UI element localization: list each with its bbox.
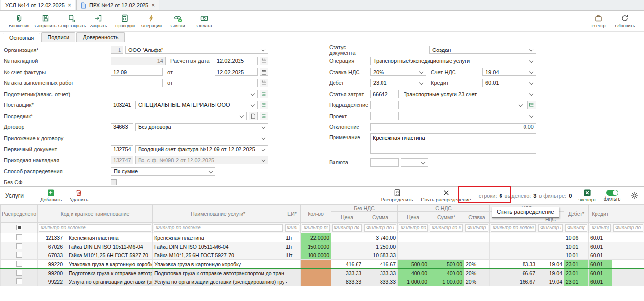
- act-number-field[interactable]: [111, 79, 163, 87]
- debit-select[interactable]: 23.01: [370, 79, 426, 87]
- filter-input-rate[interactable]: [465, 224, 488, 232]
- row-checkbox[interactable]: [16, 243, 22, 249]
- filter-input-sum-novat[interactable]: [364, 224, 396, 232]
- organization-code-field[interactable]: [111, 46, 123, 54]
- row-checkbox[interactable]: [16, 252, 22, 258]
- table-row-selected[interactable]: 99220Упаковка груза в картонную коробку …: [1, 260, 644, 269]
- incoming-waybill-code-field[interactable]: [111, 156, 133, 164]
- filter-input-vat-account[interactable]: [538, 224, 563, 232]
- select-all-checkbox[interactable]: [16, 225, 22, 230]
- export-excel-button[interactable]: экспорт: [578, 189, 596, 202]
- advance-holder-select[interactable]: [111, 90, 258, 98]
- undistribute-button[interactable]: Снять распределение: [421, 189, 471, 202]
- operations-button[interactable]: Операции: [138, 14, 165, 28]
- table-row[interactable]: 67033Гайка М10*1,25 6Н ГОСТ 5927-70 Гайк…: [1, 251, 644, 260]
- grid-settings-button[interactable]: [630, 191, 639, 201]
- close-icon[interactable]: [151, 2, 155, 8]
- table-row-selected[interactable]: 99222Услуга по организации доставки (экс…: [1, 277, 644, 286]
- payment-button[interactable]: Оплата: [191, 14, 217, 28]
- filter-input-debit[interactable]: [565, 224, 587, 232]
- row-checkbox[interactable]: [16, 270, 22, 276]
- annex-select[interactable]: [111, 134, 268, 142]
- hierarchy-icon[interactable]: [260, 90, 268, 98]
- distribution-method-select[interactable]: По сумме: [111, 167, 215, 176]
- chevron-down-icon: [529, 92, 533, 96]
- currency-code-field[interactable]: [370, 158, 399, 167]
- no-sf-checkbox[interactable]: [111, 179, 117, 185]
- delete-row-button[interactable]: Удалить: [70, 189, 88, 202]
- calendar-icon[interactable]: [260, 79, 268, 87]
- vat-account-select[interactable]: 19.04: [482, 68, 536, 76]
- filter-input-price-novat[interactable]: [332, 224, 362, 232]
- vat-rate-select[interactable]: 20%: [370, 68, 426, 76]
- status-select[interactable]: Создан: [429, 46, 536, 54]
- cost-item-select[interactable]: Транспортные услуги 23 счет: [401, 90, 536, 98]
- operation-select[interactable]: Транспортные/экспедиционные услуги: [370, 57, 536, 65]
- primary-doc-select[interactable]: Входящий счет-фактура №12-09 от 12.02.20…: [135, 145, 268, 153]
- document-icon[interactable]: [249, 112, 258, 120]
- col-credit: Кредит: [589, 205, 612, 223]
- filter-input-ei[interactable]: [285, 224, 299, 232]
- calc-date-field[interactable]: [215, 57, 258, 65]
- waybill-number-field[interactable]: [111, 57, 166, 65]
- table-row-selected[interactable]: 99200Подготовка груза к отправке автотра…: [1, 269, 644, 277]
- filter-input-price-vat[interactable]: [399, 224, 428, 232]
- supplier-select[interactable]: СПЕЦИАЛЬНЫЕ МАТЕРИАЛЫ ООО: [135, 101, 258, 109]
- tab-poa[interactable]: Доверенность: [76, 32, 124, 42]
- close-icon[interactable]: [68, 2, 71, 8]
- contract-select[interactable]: Без договора: [135, 123, 268, 131]
- save-close-button[interactable]: Сохр.закрыть: [59, 14, 85, 28]
- tab-main[interactable]: Основная: [3, 33, 40, 42]
- table-row[interactable]: 121337Крепежная пластина Крепежная пласт…: [1, 233, 644, 242]
- filter-toggle-button[interactable]: фильтр: [604, 190, 620, 201]
- calendar-icon[interactable]: [260, 68, 268, 76]
- hierarchy-icon[interactable]: [260, 101, 268, 109]
- filter-input-vat-sum[interactable]: [491, 224, 536, 232]
- row-checkbox[interactable]: [16, 261, 22, 267]
- invoice-number-field[interactable]: [111, 68, 163, 76]
- close-button[interactable]: Закрыть: [85, 14, 112, 28]
- tab-signatures[interactable]: Подписи: [41, 32, 75, 42]
- filter-input-credit[interactable]: [590, 224, 611, 232]
- cost-item-code-field[interactable]: [370, 90, 399, 98]
- distribute-button[interactable]: Распределить: [381, 189, 413, 202]
- mediator-select[interactable]: [111, 112, 247, 120]
- filter-input-service[interactable]: [154, 224, 283, 232]
- document-tab-label: ПРХ №42 от 12.02.2025: [89, 2, 148, 8]
- currency-select[interactable]: [401, 158, 428, 167]
- save-button[interactable]: Сохранить: [32, 14, 59, 28]
- calendar-icon[interactable]: [260, 57, 268, 65]
- credit-select[interactable]: 60.01: [482, 79, 536, 87]
- document-tab-usl[interactable]: УСЛ №14 от 12.02.2025: [1, 0, 75, 10]
- row-checkbox[interactable]: [16, 234, 22, 240]
- attachments-button[interactable]: Вложения: [6, 14, 32, 28]
- act-date-field[interactable]: [215, 79, 258, 87]
- contract-code-field[interactable]: [111, 123, 133, 131]
- division-select[interactable]: [401, 101, 525, 109]
- filter-input-extra[interactable]: [613, 224, 643, 232]
- registry-button[interactable]: Реестр: [585, 14, 612, 28]
- hierarchy-icon[interactable]: [260, 112, 268, 120]
- links-button[interactable]: Связки: [165, 14, 191, 28]
- document-tab-prh[interactable]: ПРХ №42 от 12.02.2025: [76, 0, 159, 10]
- add-row-button[interactable]: Добавить: [40, 189, 62, 202]
- invoice-date-field[interactable]: [215, 68, 258, 76]
- note-textarea[interactable]: Крепежная пластина: [370, 133, 536, 154]
- filter-input-sum-vat[interactable]: [430, 224, 463, 232]
- project-select[interactable]: [401, 112, 536, 120]
- table-row[interactable]: 67026Гайка DIN EN ISO 10511-М6-04 Гайка …: [1, 242, 644, 251]
- row-checkbox[interactable]: [16, 278, 22, 284]
- organization-select[interactable]: ООО "Альфа": [125, 46, 268, 54]
- primary-doc-code-field[interactable]: [111, 145, 133, 153]
- division-code-field[interactable]: [370, 101, 399, 109]
- filter-input-code[interactable]: [39, 224, 151, 232]
- incoming-waybill-select[interactable]: Вх. с-ф. №098-2 от 12.02.2025: [135, 156, 268, 164]
- refresh-button[interactable]: Обновить: [612, 14, 638, 28]
- deviation-field[interactable]: [370, 123, 536, 131]
- filter-input-qty[interactable]: [302, 224, 330, 232]
- postings-button[interactable]: Проводки: [112, 14, 138, 28]
- status-label: Статус документа: [329, 44, 370, 56]
- hierarchy-icon[interactable]: [527, 101, 536, 109]
- project-code-field[interactable]: [370, 112, 399, 120]
- supplier-code-field[interactable]: [111, 101, 133, 109]
